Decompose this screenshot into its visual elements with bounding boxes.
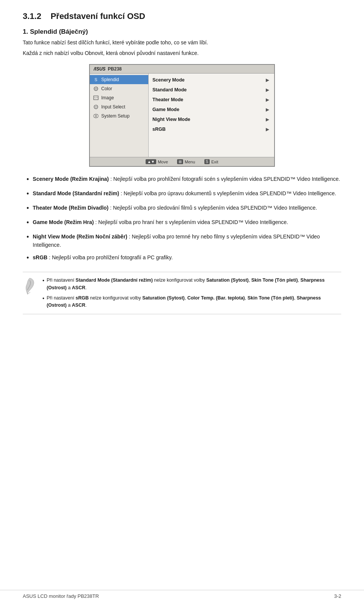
feature-list: Scenery Mode (Režim Krajina) : Nejlepší … — [27, 175, 341, 263]
osd-left-menu: S Splendid Color Image — [90, 74, 149, 157]
footer-left: ASUS LCD monitor řady PB238TR — [23, 593, 99, 599]
list-item-scenery: Scenery Mode (Režim Krajina) : Nejlepší … — [27, 175, 341, 185]
standard-term: Standard Mode (Standardní režim) — [33, 190, 119, 196]
srgb-term: sRGB — [33, 254, 47, 260]
section-title: Představení funkcí OSD — [50, 11, 145, 21]
osd-menu-image[interactable]: Image — [90, 93, 148, 102]
standard-desc: : Nejlepší volba pro úpravu dokumentů s … — [121, 190, 336, 196]
osd-footer-menu: ⊞ Menu — [177, 159, 195, 164]
note-content: Při nastavení Standard Mode (Standardní … — [42, 277, 341, 309]
srgb-label: sRGB — [152, 127, 166, 132]
input-select-icon — [93, 104, 99, 110]
osd-right-theater[interactable]: Theater Mode ▶ — [149, 95, 274, 105]
osd-menu-color[interactable]: Color — [90, 84, 148, 93]
section-number-text: 3.1.2 — [23, 11, 41, 21]
scenery-mode-label: Scenery Mode — [152, 77, 185, 83]
input-select-label: Input Select — [101, 104, 125, 110]
srgb-desc: : Nejlepší volba pro prohlížení fotograf… — [49, 254, 173, 260]
system-setup-icon — [93, 113, 99, 119]
list-item-theater: Theater Mode (Režim Divadlo) : Nejlepší … — [27, 204, 341, 214]
svg-point-5 — [95, 115, 97, 117]
osd-body: S Splendid Color Image — [90, 74, 274, 157]
osd-title-bar: /ISUS PB238 — [90, 65, 274, 74]
list-item-nightview: Night View Mode (Režim Noční záběr) : Ne… — [27, 233, 341, 249]
osd-brand: /ISUS — [94, 66, 105, 72]
osd-model: PB238 — [108, 66, 122, 72]
menu-label: Menu — [185, 160, 195, 164]
osd-footer: ▲▼ Move ⊞ Menu S Exit — [90, 157, 274, 166]
game-desc: : Nejlepší volba pro hraní her s vylepše… — [95, 219, 288, 225]
list-item-game: Game Mode (Režim Hra) : Nejlepší volba p… — [27, 218, 341, 228]
section-number: 3.1.2 Představení funkcí OSD — [23, 11, 341, 21]
osd-box: /ISUS PB238 S Splendid Color — [89, 64, 275, 167]
exit-icon: S — [204, 159, 210, 164]
osd-screenshot-container: /ISUS PB238 S Splendid Color — [23, 64, 341, 167]
color-icon — [93, 86, 99, 91]
nightview-term: Night View Mode (Režim Noční záběr) — [33, 234, 127, 240]
game-arrow: ▶ — [266, 107, 269, 112]
osd-footer-move: ▲▼ Move — [146, 159, 168, 164]
nightview-arrow: ▶ — [266, 117, 269, 122]
osd-menu-system-setup[interactable]: System Setup — [90, 111, 148, 121]
note-item-standard: Při nastavení Standard Mode (Standardní … — [42, 277, 341, 292]
osd-right-standard[interactable]: Standard Mode ▶ — [149, 85, 274, 95]
subsection-splendid: 1. Splendid (Báječný) Tato funkce nabízí… — [23, 28, 341, 57]
page-footer: ASUS LCD monitor řady PB238TR 3-2 — [0, 590, 364, 602]
standard-arrow: ▶ — [266, 88, 269, 92]
note-item-srgb: Při nastavení sRGB nelze konfigurovat vo… — [42, 295, 341, 309]
subsection-title: 1. Splendid (Báječný) — [23, 28, 341, 36]
exit-label: Exit — [211, 160, 218, 164]
note-standard-text: Při nastavení Standard Mode (Standardní … — [47, 277, 341, 292]
theater-mode-label: Theater Mode — [152, 97, 183, 102]
osd-right-nightview[interactable]: Night View Mode ▶ — [149, 114, 274, 124]
night-view-mode-label: Night View Mode — [152, 117, 190, 122]
osd-right-menu: Scenery Mode ▶ Standard Mode ▶ Theater M… — [149, 74, 274, 157]
osd-right-scenery[interactable]: Scenery Mode ▶ — [149, 75, 274, 85]
osd-menu-splendid[interactable]: S Splendid — [90, 75, 148, 84]
note-srgb-text: Při nastavení sRGB nelze konfigurovat vo… — [47, 295, 341, 309]
osd-footer-exit: S Exit — [204, 159, 218, 164]
scenery-desc: : Nejlepší volba pro prohlížení fotograf… — [110, 176, 340, 182]
srgb-arrow: ▶ — [266, 127, 269, 132]
theater-term: Theater Mode (Režim Divadlo) — [33, 205, 108, 211]
image-icon — [93, 95, 99, 100]
note-icon — [23, 277, 37, 296]
theater-desc: : Nejlepší volba pro sledování filmů s v… — [110, 205, 317, 211]
game-term: Game Mode (Režim Hra) — [33, 219, 94, 225]
page-header: 3.1.2 Představení funkcí OSD — [23, 11, 341, 21]
osd-right-game[interactable]: Game Mode ▶ — [149, 105, 274, 114]
osd-menu-input-select[interactable]: Input Select — [90, 102, 148, 111]
move-icon: ▲▼ — [146, 159, 156, 164]
menu-icon: ⊞ — [177, 159, 183, 164]
theater-arrow: ▶ — [266, 97, 269, 102]
game-mode-label: Game Mode — [152, 107, 179, 112]
osd-right-srgb[interactable]: sRGB ▶ — [149, 124, 274, 134]
image-label: Image — [101, 95, 114, 100]
system-setup-label: System Setup — [101, 113, 130, 119]
intro-text-2: Každá z nich nabízí volbu Obnovit, která… — [23, 49, 341, 58]
splendid-label: Splendid — [101, 77, 119, 82]
splendid-icon: S — [93, 77, 99, 82]
note-box: Při nastavení Standard Mode (Standardní … — [23, 272, 341, 314]
intro-text-1: Tato funkce nabízí šest dílčích funkcí, … — [23, 39, 341, 47]
scenery-term: Scenery Mode (Režim Krajina) — [33, 176, 109, 182]
list-item-standard: Standard Mode (Standardní režim) : Nejle… — [27, 190, 341, 199]
scenery-arrow: ▶ — [266, 78, 269, 83]
move-label: Move — [158, 160, 168, 164]
color-label: Color — [101, 86, 112, 91]
standard-mode-label: Standard Mode — [152, 87, 187, 92]
list-item-srgb: sRGB : Nejlepší volba pro prohlížení fot… — [27, 254, 341, 263]
footer-right: 3-2 — [334, 593, 341, 599]
